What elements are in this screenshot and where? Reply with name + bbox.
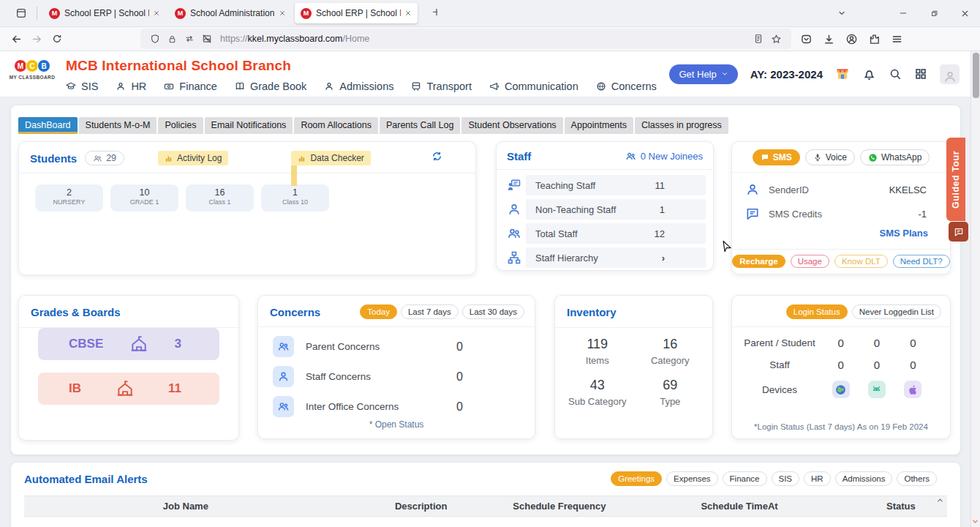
tab-dashboard[interactable]: DashBoard: [18, 117, 78, 134]
new-joinees-link[interactable]: 0 New Joinees: [625, 151, 703, 162]
tab-policies[interactable]: Policies: [158, 117, 203, 134]
inventory-type-stat[interactable]: 69Type: [634, 378, 707, 407]
need-dlt-button[interactable]: Need DLT?: [893, 255, 950, 268]
staff-concerns-row[interactable]: Staff Concerns 0: [258, 366, 535, 387]
nav-item-grade-book[interactable]: Grade Book: [235, 81, 306, 92]
browser-tab-2[interactable]: M School Administration Software: [169, 3, 292, 23]
non-teaching-staff-row[interactable]: Non-Teaching Staff1: [504, 199, 706, 220]
tab-voice[interactable]: Voice: [805, 149, 855, 165]
user-avatar[interactable]: [940, 64, 960, 84]
tab-email-notifications[interactable]: Email Notifications: [205, 117, 293, 134]
tab-appointments[interactable]: Appointments: [565, 117, 633, 134]
browser-tab-3-active[interactable]: M School ERP | School Manageme: [295, 3, 418, 23]
table-scroll-up-icon[interactable]: [936, 496, 944, 504]
nav-item-hr[interactable]: HR: [116, 81, 146, 92]
grade-tile-class10[interactable]: 1Class 10: [261, 184, 329, 212]
filter-expenses[interactable]: Expenses: [666, 471, 718, 486]
pocket-icon[interactable]: [800, 33, 813, 45]
parent-concerns-row[interactable]: Parent Concerns 0: [258, 336, 535, 357]
nav-item-transport[interactable]: Transport: [411, 81, 472, 92]
tab-sms[interactable]: SMS: [753, 149, 800, 165]
recharge-button[interactable]: Recharge: [732, 255, 785, 268]
android-device-icon[interactable]: [868, 381, 886, 398]
permissions-icon[interactable]: [184, 34, 195, 44]
inventory-category-stat[interactable]: 16Category: [634, 337, 707, 366]
usage-button[interactable]: Usage: [791, 255, 829, 268]
filter-greetings[interactable]: Greetings: [611, 471, 662, 486]
tab-parents-call-log[interactable]: Parents Call Log: [380, 117, 460, 134]
guided-tour-tab[interactable]: Guided Tour: [946, 138, 965, 221]
nav-item-finance[interactable]: Finance: [164, 81, 217, 92]
close-tab-icon[interactable]: [404, 10, 412, 17]
tab-student-observations[interactable]: Student Observations: [461, 117, 562, 134]
refresh-icon[interactable]: [431, 151, 442, 162]
filter-admissions[interactable]: Admissions: [835, 471, 893, 486]
feedback-chat-button[interactable]: [949, 222, 968, 242]
filter-sis[interactable]: SIS: [772, 471, 800, 486]
new-tab-button[interactable]: [422, 4, 442, 23]
scrollbar-thumb[interactable]: [973, 53, 979, 98]
close-window-button[interactable]: [949, 0, 980, 26]
filter-last-7-days[interactable]: Last 7 days: [401, 304, 459, 319]
tab-never-loggedin-list[interactable]: Never Loggedin List: [852, 304, 941, 319]
url-bar[interactable]: https://kkel.myclassboard.com/Home: [140, 29, 791, 49]
bookmark-star-icon[interactable]: [771, 34, 782, 45]
reader-mode-icon[interactable]: [753, 34, 764, 44]
forward-button[interactable]: [26, 29, 47, 48]
restore-button[interactable]: [919, 0, 949, 26]
board-row-cbse[interactable]: CBSE 3: [38, 328, 219, 360]
data-checker-button[interactable]: Data Checker: [291, 151, 370, 165]
nav-item-sis[interactable]: SIS: [66, 81, 98, 92]
store-icon[interactable]: [835, 67, 850, 81]
teaching-staff-row[interactable]: Teaching Staff11: [504, 175, 706, 195]
know-dlt-button[interactable]: Know DLT: [834, 255, 888, 268]
nav-item-admissions[interactable]: Admissions: [324, 81, 393, 92]
browser-tab-1[interactable]: M School ERP | School Manageme: [43, 3, 166, 23]
tab-classes-in-progress[interactable]: Classes in progress: [635, 117, 728, 134]
get-help-button[interactable]: Get Help: [669, 64, 737, 84]
tracking-protection-shield-icon[interactable]: [150, 34, 160, 44]
close-tab-icon[interactable]: [279, 10, 286, 17]
reload-button[interactable]: [47, 29, 67, 48]
filter-today[interactable]: Today: [360, 304, 397, 319]
grade-tile-class1[interactable]: 16Class 1: [186, 184, 254, 212]
menu-icon[interactable]: [891, 33, 903, 45]
students-count-badge[interactable]: 29: [85, 151, 124, 165]
apps-grid-icon[interactable]: [914, 67, 927, 81]
page-scrollbar[interactable]: [970, 51, 980, 527]
staff-hierarchy-row[interactable]: Staff Hierarchy›: [504, 247, 706, 268]
total-staff-row[interactable]: Total Staff12: [504, 223, 706, 244]
close-tab-icon[interactable]: [153, 10, 160, 17]
notifications-bell-icon[interactable]: [862, 67, 876, 81]
list-all-tabs-button[interactable]: [829, 0, 854, 26]
inventory-subcategory-stat[interactable]: 43Sub Category: [561, 378, 634, 407]
board-row-ib[interactable]: IB 11: [38, 373, 219, 405]
back-button[interactable]: [6, 29, 26, 48]
myclassboard-logo[interactable]: M C B MY CLASSBOARD: [6, 51, 59, 97]
scroll-down-indicator[interactable]: [971, 517, 979, 526]
account-icon[interactable]: [845, 33, 858, 45]
activity-log-button[interactable]: Activity Log: [158, 151, 228, 165]
filter-last-30-days[interactable]: Last 30 days: [462, 304, 524, 319]
tab-room-allocations[interactable]: Room Allocations: [294, 117, 378, 134]
tab-students-mom[interactable]: Students M-o-M: [79, 117, 157, 134]
nav-item-concerns[interactable]: Concerns: [596, 81, 657, 92]
sms-plans-link[interactable]: SMS Plans: [732, 228, 950, 239]
filter-others[interactable]: Others: [897, 471, 937, 486]
filter-finance[interactable]: Finance: [723, 471, 767, 486]
lock-icon[interactable]: [167, 34, 177, 44]
tab-whatsapp[interactable]: WhatsApp: [860, 149, 930, 165]
search-icon[interactable]: [889, 67, 902, 81]
grade-tile-nursery[interactable]: 2NURSERY: [35, 184, 103, 212]
web-device-icon[interactable]: [832, 381, 850, 398]
minimize-button[interactable]: [888, 0, 919, 26]
filter-hr[interactable]: HR: [804, 471, 831, 486]
blocked-content-icon[interactable]: [202, 34, 212, 44]
inter-office-concerns-row[interactable]: Inter Office Concerns 0: [258, 396, 535, 417]
nav-item-communication[interactable]: Communication: [489, 81, 578, 92]
tab-login-status[interactable]: Login Status: [786, 304, 848, 319]
inventory-items-stat[interactable]: 119Items: [561, 337, 634, 366]
firefox-view-button[interactable]: [10, 4, 32, 23]
grade-tile-grade1[interactable]: 10GRADE 1: [110, 184, 178, 212]
extensions-icon[interactable]: [868, 33, 881, 45]
